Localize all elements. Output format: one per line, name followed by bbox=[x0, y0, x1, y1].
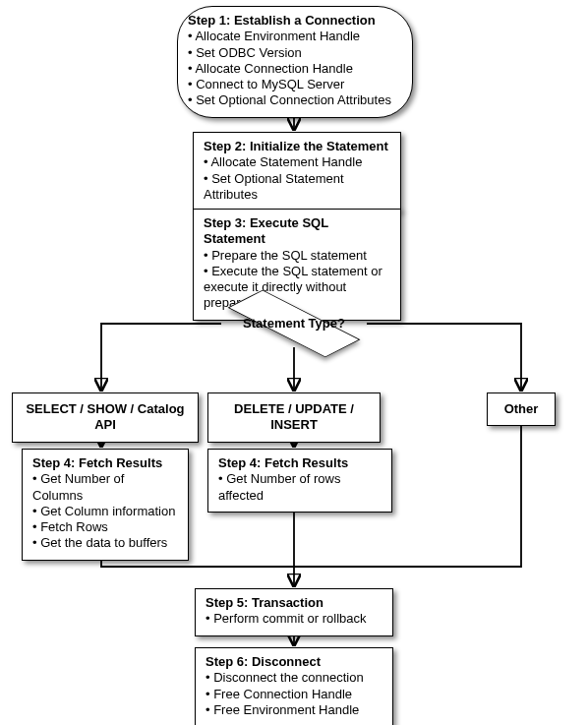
step1-title: Step 1: Establish a Connection bbox=[188, 13, 376, 28]
decision-label: Statement Type? bbox=[221, 317, 367, 331]
node-step2: Step 2: Initialize the Statement Allocat… bbox=[193, 132, 401, 211]
node-step1: Step 1: Establish a Connection Allocate … bbox=[177, 6, 413, 118]
step6-item: Free Environment Handle bbox=[206, 702, 382, 718]
step3-title: Step 3: Execute SQL Statement bbox=[204, 215, 328, 246]
step1-item: Set Optional Connection Attributes bbox=[188, 92, 402, 108]
branch-right-label: Other bbox=[504, 401, 539, 416]
node-branch-right: Other bbox=[487, 393, 556, 426]
node-step6: Step 6: Disconnect Disconnect the connec… bbox=[195, 647, 393, 725]
branch-left-label: SELECT / SHOW / Catalog API bbox=[26, 401, 184, 432]
step4-left-item: Get the data to buffers bbox=[32, 535, 178, 551]
step5-title: Step 5: Transaction bbox=[206, 595, 323, 610]
node-step4-mid: Step 4: Fetch Results Get Number of rows… bbox=[207, 449, 392, 513]
step1-item: Connect to MySQL Server bbox=[188, 77, 402, 92]
step6-item: Disconnect the connection bbox=[206, 670, 382, 686]
step4-left-item: Get Column information bbox=[32, 504, 178, 519]
branch-mid-label: DELETE / UPDATE / INSERT bbox=[234, 401, 354, 432]
node-branch-left: SELECT / SHOW / Catalog API bbox=[12, 393, 199, 443]
step1-item: Set ODBC Version bbox=[188, 45, 402, 61]
step6-title: Step 6: Disconnect bbox=[206, 654, 321, 669]
step4-left-item: Get Number of Columns bbox=[32, 471, 178, 504]
step2-item: Allocate Statement Handle bbox=[204, 154, 390, 170]
step2-title: Step 2: Initialize the Statement bbox=[204, 139, 388, 153]
step4-left-title: Step 4: Fetch Results bbox=[32, 455, 162, 470]
step5-item: Perform commit or rollback bbox=[206, 611, 382, 627]
node-step4-left: Step 4: Fetch Results Get Number of Colu… bbox=[22, 449, 189, 561]
node-step5: Step 5: Transaction Perform commit or ro… bbox=[195, 588, 393, 636]
step1-item: Allocate Connection Handle bbox=[188, 61, 402, 77]
step4-mid-item: Get Number of rows affected bbox=[218, 471, 382, 504]
step4-mid-title: Step 4: Fetch Results bbox=[218, 455, 348, 470]
step1-item: Allocate Environment Handle bbox=[188, 29, 402, 44]
node-decision: Statement Type? bbox=[221, 299, 367, 348]
flowchart-canvas: Step 1: Establish a Connection Allocate … bbox=[0, 0, 588, 725]
step3-item: Prepare the SQL statement bbox=[204, 248, 390, 264]
step6-item: Free Connection Handle bbox=[206, 687, 382, 702]
node-branch-mid: DELETE / UPDATE / INSERT bbox=[207, 393, 381, 443]
step2-item: Set Optional Statement Attributes bbox=[204, 171, 390, 204]
step4-left-item: Fetch Rows bbox=[32, 519, 178, 535]
